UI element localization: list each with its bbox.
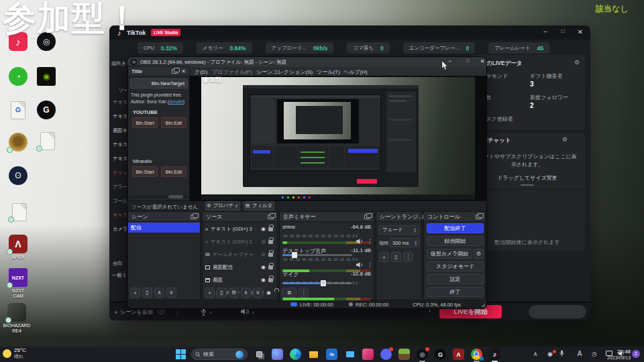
gear-icon[interactable]: ⚙ <box>562 136 568 143</box>
duration-spinner[interactable]: 300 ms ▴▾ <box>390 238 419 247</box>
eye-icon[interactable]: ◉ <box>261 226 266 232</box>
transition-dock-header[interactable]: シーントランジ... <box>376 212 421 222</box>
chat-resize-hint[interactable]: ドラッグしてサイズ変更 <box>470 174 585 182</box>
mic-tray-icon[interactable] <box>559 350 570 357</box>
scene-group-label[interactable]: 一般 1 <box>112 272 125 279</box>
scene-item-selected[interactable]: 配信 <box>128 223 200 233</box>
desktop-icon-document2[interactable]: ✓ <box>36 131 59 150</box>
scene-group-label[interactable]: 全白 <box>113 260 122 267</box>
studio-mode-button[interactable]: スタジオモード <box>427 261 484 272</box>
lock-icon[interactable] <box>268 278 273 282</box>
hscrollbar-thumb[interactable] <box>168 195 183 198</box>
eye-slash-icon[interactable]: ⊘ <box>261 239 266 245</box>
chevron-down-icon[interactable]: ∨ <box>252 310 254 314</box>
obs-source-row[interactable]: 画面◉ <box>203 274 277 286</box>
desktop-icon-biohazard[interactable]: ✓ BIOHAZARD RE4 <box>5 303 28 333</box>
store-icon[interactable]: 🛍 <box>326 349 337 360</box>
new-target-button[interactable]: Btn.NewTarget <box>130 78 188 88</box>
desktop-icon-document[interactable]: ✓ <box>8 202 31 221</box>
tiktok-taskbar-icon[interactable]: ♪ <box>489 349 500 360</box>
exit-button[interactable]: 終了 <box>427 287 484 297</box>
obs-source-row[interactable]: Aテキスト (GDI+) 2⊘ <box>203 235 277 248</box>
scene-down-icon[interactable]: ∨ <box>166 288 176 298</box>
virtual-camera-settings-icon[interactable]: ⚙ <box>474 249 484 259</box>
start-recording-button[interactable]: 録画開始 <box>427 236 484 246</box>
notification-count-badge[interactable]: 2 <box>632 350 640 358</box>
clock[interactable]: 20:48 2023/09/13 <box>607 349 631 361</box>
obs-preview[interactable]: 参加型！ <box>190 76 486 201</box>
lock-icon[interactable] <box>268 240 273 244</box>
remove-transition-icon[interactable]: ▯ <box>391 252 401 262</box>
stop-streaming-button[interactable]: 配信終了 <box>427 223 484 233</box>
popout-icon[interactable] <box>172 69 178 74</box>
add-transition-icon[interactable]: ＋ <box>379 252 389 262</box>
desktop-icon-recycle-bin[interactable]: ♻ <box>7 101 30 119</box>
eye-icon[interactable]: ◉ <box>261 264 266 270</box>
mixer-dock-header[interactable]: 音声ミキサー <box>280 212 374 222</box>
kebab-menu-icon[interactable]: ⋮ <box>367 238 373 245</box>
controls-dock-header[interactable]: コントロール <box>424 212 485 222</box>
minecraft-icon[interactable] <box>398 349 410 360</box>
start-button[interactable] <box>176 349 186 359</box>
help-icon[interactable]: ? <box>158 308 164 314</box>
mirarativ-edit-button[interactable]: Btn.Edit <box>161 166 186 177</box>
lock-icon[interactable] <box>268 227 273 231</box>
desktop-icon-gauge[interactable]: ◔ <box>7 67 30 86</box>
source-down-icon[interactable]: ∨ <box>253 288 263 298</box>
sources-dock-header[interactable]: ソース <box>203 212 277 222</box>
obs-source-row[interactable]: 画面配信◉ <box>203 261 277 274</box>
chrome-icon[interactable] <box>471 349 482 360</box>
mirarativ-start-button[interactable]: Btn.Start <box>132 166 158 177</box>
source-properties-icon[interactable]: ⚙ <box>229 288 239 298</box>
comment-input-disabled[interactable] <box>529 305 586 318</box>
resize-grip[interactable] <box>481 303 485 307</box>
menu-profile[interactable]: プロファイル(P) <box>212 68 252 76</box>
desktop-icon-logitech-ghub[interactable]: G <box>35 101 58 119</box>
youtube-start-button[interactable]: Btn.Start <box>132 117 158 128</box>
eye-icon[interactable]: ◉ <box>266 290 271 296</box>
lock-icon[interactable] <box>268 265 273 269</box>
obs-taskbar-icon[interactable]: ◎ <box>417 349 428 360</box>
hidden-icons-chevron[interactable]: ∧ <box>530 351 541 357</box>
add-scene-button[interactable]: ＋ シーンを追加 <box>113 308 153 316</box>
add-source-icon[interactable]: ＋ <box>205 288 215 298</box>
eye-slash-icon[interactable]: ⊘ <box>261 251 266 257</box>
filters-button[interactable]: ▤フィルタ <box>244 201 274 210</box>
maximize-button[interactable]: □ <box>556 28 570 34</box>
remove-scene-icon[interactable]: ▯ <box>142 288 152 298</box>
popout-icon[interactable] <box>476 215 482 219</box>
ime-indicator[interactable]: A <box>574 350 585 357</box>
close-icon[interactable]: ✕ <box>181 68 186 74</box>
settings-button[interactable]: 設定 <box>427 274 484 284</box>
remove-source-icon[interactable]: ▯ <box>217 288 227 298</box>
chevron-down-icon[interactable]: ∨ <box>209 310 212 314</box>
clock-tray-icon[interactable]: ◷ <box>589 351 600 357</box>
resize-handle[interactable] <box>521 184 534 186</box>
discord-icon[interactable] <box>380 349 392 360</box>
lock-icon[interactable] <box>268 253 273 257</box>
kebab-menu-icon[interactable]: ⋮ <box>299 288 309 298</box>
scene-up-icon[interactable]: ∧ <box>154 288 164 298</box>
transition-props-icon[interactable]: ⋮ <box>403 252 413 262</box>
transition-select[interactable]: フェード ▴▾ <box>379 225 419 235</box>
menu-help[interactable]: ヘルプ(H) <box>343 68 368 76</box>
maximize-button[interactable]: □ <box>462 58 474 63</box>
gear-icon[interactable]: ⚙ <box>574 59 580 66</box>
source-up-icon[interactable]: ∧ <box>241 288 251 298</box>
popout-icon[interactable] <box>191 215 197 219</box>
eye-icon[interactable]: ◉ <box>261 277 266 283</box>
logitech-ghub-taskbar-icon[interactable]: G <box>435 349 446 360</box>
obs-source-row[interactable]: Aテキスト (GDI+) 3◉ <box>203 223 277 235</box>
speaker-icon[interactable] <box>356 261 364 268</box>
file-explorer-icon[interactable] <box>308 349 319 360</box>
add-scene-icon[interactable]: ＋ <box>130 288 140 298</box>
desktop-icon-apex[interactable]: Λ✓ APEX <box>7 235 30 260</box>
edge-icon[interactable] <box>290 349 301 360</box>
close-button[interactable]: ✕ <box>574 28 587 36</box>
speaker-icon[interactable] <box>356 238 364 245</box>
minimize-button[interactable]: − <box>539 28 552 36</box>
copilot-icon[interactable] <box>272 349 283 360</box>
donate-link[interactable]: donate <box>169 99 183 104</box>
kebab-menu-icon[interactable]: ⋮ <box>367 261 373 268</box>
source-item[interactable]: ゴール <box>113 198 127 204</box>
